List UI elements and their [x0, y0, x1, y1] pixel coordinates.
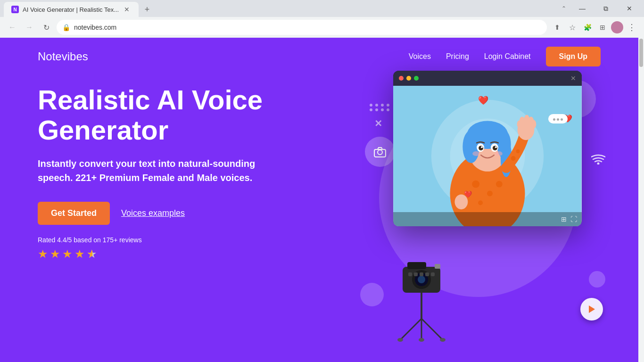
svg-point-52	[440, 338, 446, 342]
rating-text: Rated 4.4/5 based on 175+ reviews	[38, 236, 311, 244]
back-button[interactable]: ←	[6, 21, 19, 34]
screen-frame: ✕	[393, 71, 582, 226]
svg-point-19	[493, 146, 497, 150]
hero-section: Realistic AI Voice Generator Instantly c…	[0, 75, 638, 261]
dot-1	[370, 104, 372, 107]
svg-point-29	[517, 121, 522, 128]
svg-line-47	[400, 319, 421, 340]
dot-5	[370, 108, 372, 111]
screen-bottom-bar: ⊞ ⛶	[393, 212, 582, 226]
extensions-button[interactable]: 🧩	[581, 21, 594, 34]
hero-buttons: Get Started Voices examples	[38, 202, 311, 225]
x-mark-decoration: ✕	[374, 118, 382, 129]
svg-point-8	[496, 181, 503, 188]
fullscreen-icon: ⛶	[570, 215, 577, 223]
page-wrapper: N AI Voice Generator | Realistic Tex... …	[0, 0, 644, 362]
svg-rect-41	[414, 272, 418, 276]
svg-line-49	[421, 319, 443, 340]
nav-link-login-cabinet[interactable]: Login Cabinet	[484, 52, 531, 61]
svg-point-33	[597, 163, 600, 165]
tab-favicon: N	[11, 6, 19, 13]
play-button	[580, 298, 603, 321]
svg-rect-44	[431, 272, 435, 276]
screen-content: ❤️ ❤️ ❤️ ⊞ ⛶	[393, 86, 582, 226]
voices-examples-link[interactable]: Voices examples	[121, 208, 185, 218]
maximize-button[interactable]: ⧉	[595, 2, 617, 15]
logo[interactable]: Notevibes	[38, 50, 88, 63]
star-rating: ★ ★ ★ ★ ★ ★	[38, 247, 311, 261]
svg-point-23	[495, 151, 503, 156]
svg-rect-40	[408, 272, 412, 276]
svg-point-28	[531, 120, 536, 129]
svg-point-20	[481, 146, 483, 148]
dot-7	[381, 108, 384, 111]
star-1: ★	[38, 247, 48, 261]
star-3: ★	[62, 247, 73, 261]
lock-icon: 🔒	[62, 24, 70, 31]
hero-title: Realistic AI Voice Generator	[38, 85, 311, 145]
wifi-icon	[591, 153, 605, 167]
profile-button[interactable]: ⊞	[596, 21, 609, 34]
navbar: Notevibes Voices Pricing Login Cabinet S…	[0, 38, 638, 75]
svg-point-22	[472, 151, 480, 156]
hero-illustration: ✕	[346, 61, 610, 344]
screen-dot-red	[399, 76, 404, 81]
hero-subtitle: Instantly convert your text into natural…	[38, 156, 273, 185]
hero-text: Realistic AI Voice Generator Instantly c…	[38, 85, 311, 261]
chat-dot-1	[553, 118, 555, 121]
dot-4	[387, 104, 389, 107]
svg-point-31	[516, 149, 520, 153]
nav-links: Voices Pricing Login Cabinet Sign Up	[409, 47, 601, 66]
dot-6	[375, 108, 378, 111]
bookmark-button[interactable]: ☆	[566, 21, 579, 34]
chat-dot-2	[557, 118, 559, 121]
menu-button[interactable]: ⋮	[625, 21, 638, 34]
scrollbar[interactable]	[638, 38, 644, 362]
browser-nav: ← → ↻ 🔒 notevibes.com ⬆ ☆ 🧩 ⊞ ⋮	[0, 17, 644, 38]
dot-2	[375, 104, 378, 107]
svg-rect-43	[425, 272, 429, 276]
minimize-button[interactable]: —	[571, 2, 593, 15]
star-4: ★	[74, 247, 85, 261]
share-button[interactable]: ⬆	[551, 21, 564, 34]
camera-float	[365, 137, 395, 167]
close-button[interactable]: ✕	[619, 2, 640, 15]
dot-3	[381, 104, 384, 107]
get-started-button[interactable]: Get Started	[38, 202, 110, 225]
url-text: notevibes.com	[74, 24, 541, 31]
svg-point-39	[418, 276, 425, 283]
chat-bubble	[548, 114, 568, 123]
svg-rect-45	[435, 264, 440, 269]
tab-close-button[interactable]: ✕	[123, 5, 131, 14]
heart-icon-3: ❤️	[464, 190, 472, 198]
bg-circle-small-br	[589, 271, 605, 288]
screen-dot-green	[414, 76, 419, 81]
svg-point-0	[378, 150, 382, 155]
new-tab-button[interactable]: +	[140, 3, 154, 16]
svg-rect-36	[407, 262, 426, 269]
user-avatar[interactable]	[611, 21, 623, 33]
page-content: Notevibes Voices Pricing Login Cabinet S…	[0, 38, 638, 362]
signup-button[interactable]: Sign Up	[546, 47, 601, 66]
svg-point-18	[479, 146, 483, 150]
browser-chrome: N AI Voice Generator | Realistic Tex... …	[0, 0, 644, 38]
svg-point-50	[397, 338, 403, 342]
star-5: ★ ★	[87, 247, 97, 261]
scrollbar-thumb[interactable]	[639, 39, 643, 67]
nav-link-pricing[interactable]: Pricing	[446, 52, 469, 61]
nav-back-icon: ⌃	[558, 3, 570, 14]
svg-point-6	[472, 181, 479, 188]
reload-button[interactable]: ↻	[40, 21, 53, 34]
svg-marker-34	[589, 305, 595, 313]
svg-point-7	[487, 191, 493, 197]
address-bar[interactable]: 🔒 notevibes.com	[57, 20, 547, 35]
nav-link-voices[interactable]: Voices	[409, 52, 431, 61]
active-tab[interactable]: N AI Voice Generator | Realistic Tex... …	[4, 2, 139, 17]
expand-icon: ⊞	[561, 215, 567, 223]
screen-dot-yellow	[406, 76, 411, 81]
tripod-illustration	[374, 257, 469, 344]
character-illustration	[393, 86, 582, 226]
screen-close-x: ✕	[570, 74, 576, 82]
svg-point-21	[495, 146, 497, 148]
forward-button[interactable]: →	[23, 21, 36, 34]
